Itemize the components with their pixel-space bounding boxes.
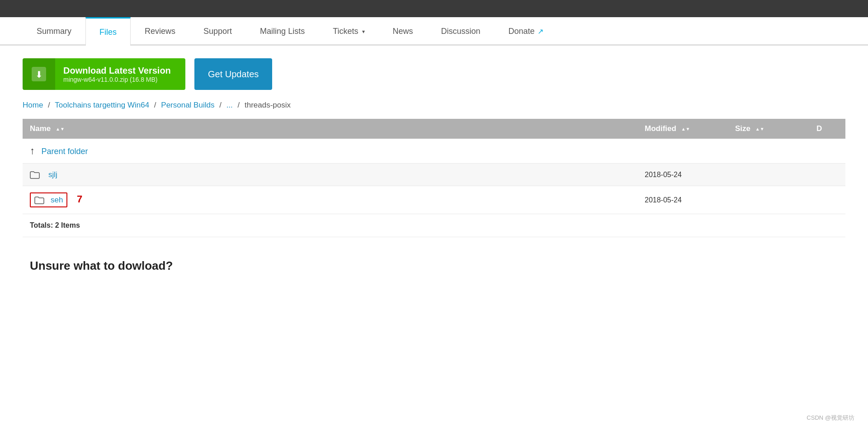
folder-icon bbox=[30, 170, 45, 179]
tab-discussion[interactable]: Discussion bbox=[427, 17, 495, 44]
nav-tabs: Summary Files Reviews Support Mailing Li… bbox=[0, 17, 868, 46]
file-table: Name ▲▼ Modified ▲▼ Size ▲▼ D bbox=[23, 119, 845, 277]
breadcrumb-toolchains[interactable]: Toolchains targetting Win64 bbox=[55, 101, 149, 109]
section-title-row: Unsure what to dowload? bbox=[23, 237, 845, 278]
modified-sort-icon: ▲▼ bbox=[681, 127, 690, 131]
breadcrumb-ellipsis[interactable]: ... bbox=[226, 101, 233, 109]
tab-support[interactable]: Support bbox=[189, 17, 246, 44]
folder-icon bbox=[34, 195, 47, 205]
breadcrumb-personal-builds[interactable]: Personal Builds bbox=[161, 101, 214, 109]
table-row: ↑ Parent folder bbox=[23, 139, 845, 164]
sjlj-modified: 2018-05-24 bbox=[637, 164, 728, 186]
seh-folder-link[interactable]: seh bbox=[51, 196, 63, 205]
table-row: sjlj 2018-05-24 bbox=[23, 164, 845, 186]
tickets-dropdown-arrow: ▾ bbox=[362, 28, 365, 35]
col-size[interactable]: Size ▲▼ bbox=[728, 119, 809, 139]
tab-summary[interactable]: Summary bbox=[23, 17, 85, 44]
external-link-icon: ↗ bbox=[538, 27, 543, 36]
download-icon: ⬇ bbox=[23, 58, 55, 90]
breadcrumb: Home / Toolchains targetting Win64 / Per… bbox=[23, 101, 845, 110]
size-sort-icon: ▲▼ bbox=[755, 127, 764, 131]
get-updates-button[interactable]: Get Updates bbox=[194, 58, 272, 90]
name-sort-icon: ▲▼ bbox=[56, 127, 65, 131]
tab-tickets[interactable]: Tickets ▾ bbox=[319, 17, 378, 44]
tab-files[interactable]: Files bbox=[85, 17, 131, 46]
top-bar bbox=[0, 0, 868, 17]
tab-donate[interactable]: Donate ↗ bbox=[495, 17, 557, 44]
parent-folder-link[interactable]: Parent folder bbox=[41, 147, 88, 156]
main-content: ⬇ Download Latest Version mingw-w64-v11.… bbox=[0, 46, 868, 290]
seh-highlight-box: seh bbox=[30, 192, 67, 207]
download-button[interactable]: ⬇ Download Latest Version mingw-w64-v11.… bbox=[23, 58, 185, 90]
svg-text:⬇: ⬇ bbox=[35, 70, 43, 80]
totals-row: Totals: 2 Items bbox=[23, 214, 845, 237]
col-name[interactable]: Name ▲▼ bbox=[23, 119, 637, 139]
totals-text: Totals: 2 Items bbox=[23, 214, 845, 237]
breadcrumb-home[interactable]: Home bbox=[23, 101, 43, 109]
tab-mailing-lists[interactable]: Mailing Lists bbox=[246, 17, 319, 44]
table-row: seh 7 2018-05-24 bbox=[23, 186, 845, 214]
breadcrumb-current: threads-posix bbox=[245, 101, 291, 109]
tab-reviews[interactable]: Reviews bbox=[131, 17, 189, 44]
seh-badge: 7 bbox=[77, 193, 82, 205]
col-modified[interactable]: Modified ▲▼ bbox=[637, 119, 728, 139]
col-d: D bbox=[809, 119, 845, 139]
sjlj-folder-link[interactable]: sjlj bbox=[48, 170, 57, 179]
section-title: Unsure what to dowload? bbox=[30, 259, 838, 273]
action-row: ⬇ Download Latest Version mingw-w64-v11.… bbox=[23, 58, 845, 90]
parent-arrow-icon: ↑ bbox=[30, 145, 35, 156]
download-text: Download Latest Version mingw-w64-v11.0.… bbox=[55, 66, 179, 83]
seh-modified: 2018-05-24 bbox=[637, 186, 728, 214]
tab-news[interactable]: News bbox=[379, 17, 427, 44]
